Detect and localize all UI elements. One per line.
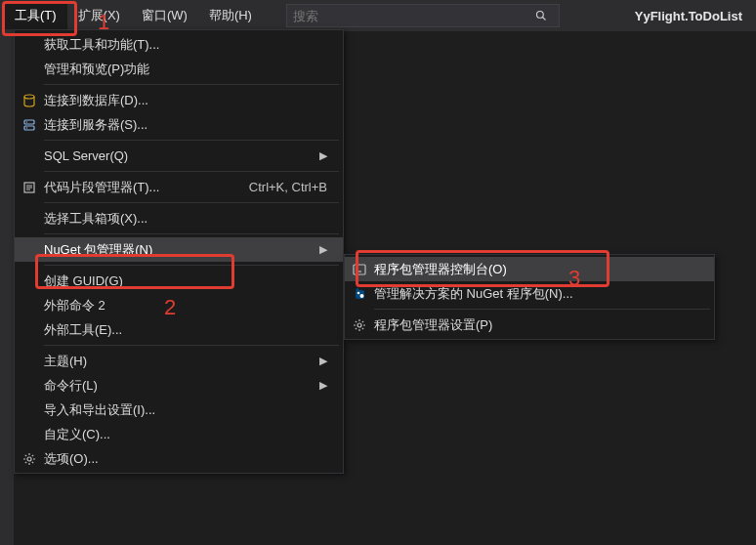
tools-menu-item-separator	[44, 140, 339, 141]
tools-menu-item-separator	[44, 202, 339, 203]
svg-rect-4	[24, 126, 34, 130]
chevron-right-icon: ▶	[319, 355, 327, 367]
tools-menu-item-customize[interactable]: 自定义(C)...	[15, 422, 343, 446]
tools-menu-item-snippet-mgr[interactable]: 代码片段管理器(T)...Ctrl+K, Ctrl+B	[15, 175, 343, 199]
tools-menu-item-create-guid-label: 创建 GUID(G)	[44, 272, 327, 290]
tools-menu-item-separator	[44, 171, 339, 172]
tools-menu-item-snippet-mgr-label: 代码片段管理器(T)...	[44, 179, 220, 196]
tools-menu-item-nuget-label: NuGet 包管理器(N)	[44, 241, 300, 259]
tools-menu-item-manage-preview[interactable]: 管理和预览(P)功能	[15, 57, 343, 81]
tools-menu-item-create-guid[interactable]: 创建 GUID(G)	[15, 269, 343, 293]
search-input[interactable]	[287, 7, 535, 25]
tools-dropdown: 获取工具和功能(T)...管理和预览(P)功能连接到数据库(D)...连接到服务…	[14, 29, 344, 474]
tools-menu-item-ext-cmd-2[interactable]: 外部命令 2	[15, 293, 343, 317]
menubar: 工具(T) 扩展(X) 窗口(W) 帮助(H) YyFlight.ToDoLis…	[0, 0, 756, 31]
tools-menu-item-options-label: 选项(O)...	[44, 450, 327, 468]
nuget-menu-item-pm-console-label: 程序包管理器控制台(O)	[374, 261, 698, 278]
svg-point-17	[360, 294, 364, 298]
tools-menu-item-import-export[interactable]: 导入和导出设置(I)...	[15, 398, 343, 422]
tools-menu-item-separator	[44, 233, 339, 234]
tools-menu-item-separator	[44, 345, 339, 346]
tools-menu-item-ext-cmd-2-label: 外部命令 2	[44, 297, 327, 314]
nuget-icon	[345, 286, 374, 302]
svg-rect-12	[354, 265, 365, 274]
tools-menu-item-get-tools[interactable]: 获取工具和功能(T)...	[15, 32, 343, 57]
svg-point-15	[357, 288, 359, 291]
tools-menu-item-ext-tools[interactable]: 外部工具(E)...	[15, 317, 343, 342]
tools-menu-item-nuget[interactable]: NuGet 包管理器(N)▶	[15, 237, 343, 262]
svg-point-5	[26, 121, 27, 122]
tools-menu-item-connect-server[interactable]: 连接到服务器(S)...	[15, 112, 343, 137]
nuget-submenu: 程序包管理器控制台(O)管理解决方案的 NuGet 程序包(N)...程序包管理…	[344, 254, 715, 340]
tools-menu-item-connect-server-label: 连接到服务器(S)...	[44, 116, 327, 134]
nuget-menu-item-pm-console[interactable]: 程序包管理器控制台(O)	[345, 257, 714, 281]
tools-menu-item-connect-db-label: 连接到数据库(D)...	[44, 92, 327, 109]
chevron-right-icon: ▶	[319, 379, 327, 392]
console-icon	[345, 262, 374, 277]
tools-menu-item-toolbox-label: 选择工具箱项(X)...	[44, 210, 327, 228]
tools-menu-item-options[interactable]: 选项(O)...	[15, 446, 343, 471]
svg-point-2	[24, 95, 34, 99]
svg-point-0	[536, 12, 543, 19]
menubar-window[interactable]: 窗口(W)	[131, 2, 198, 29]
solution-name[interactable]: YyFlight.ToDoList	[629, 6, 748, 26]
tools-menu-item-import-export-label: 导入和导出设置(I)...	[44, 401, 327, 419]
server-icon	[15, 117, 44, 133]
tools-menu-item-sql-server[interactable]: SQL Server(Q)▶	[15, 144, 343, 168]
chevron-right-icon: ▶	[319, 149, 327, 162]
database-icon	[15, 93, 44, 108]
tools-menu-item-customize-label: 自定义(C)...	[44, 426, 327, 443]
svg-point-6	[26, 127, 27, 128]
svg-point-16	[357, 291, 360, 294]
gear-icon	[345, 317, 374, 333]
svg-point-18	[357, 323, 361, 327]
tab-well-left	[0, 31, 14, 545]
svg-point-11	[27, 457, 31, 461]
nuget-menu-item-pm-settings-label: 程序包管理器设置(P)	[374, 316, 698, 334]
tools-menu-item-manage-preview-label: 管理和预览(P)功能	[44, 61, 327, 78]
menubar-extensions[interactable]: 扩展(X)	[67, 2, 131, 29]
tools-menu-item-theme-label: 主题(H)	[44, 353, 300, 370]
tools-menu-item-separator	[44, 84, 339, 85]
tools-menu-item-sql-server-label: SQL Server(Q)	[44, 148, 300, 163]
nuget-menu-item-manage-nuget[interactable]: 管理解决方案的 NuGet 程序包(N)...	[345, 281, 714, 306]
chevron-right-icon: ▶	[319, 243, 327, 256]
nuget-menu-item-manage-nuget-label: 管理解决方案的 NuGet 程序包(N)...	[374, 285, 698, 303]
tools-menu-item-toolbox[interactable]: 选择工具箱项(X)...	[15, 206, 343, 231]
snippet-icon	[15, 180, 44, 195]
nuget-menu-item-separator	[374, 309, 710, 310]
searchbox[interactable]	[286, 4, 560, 27]
search-icon[interactable]	[535, 10, 559, 21]
tools-menu-item-ext-tools-label: 外部工具(E)...	[44, 321, 327, 339]
tools-menu-item-command-line[interactable]: 命令行(L)▶	[15, 373, 343, 398]
tools-menu-item-get-tools-label: 获取工具和功能(T)...	[44, 36, 327, 54]
tools-menu-item-theme[interactable]: 主题(H)▶	[15, 349, 343, 373]
gear-icon	[15, 451, 44, 467]
tools-menu-item-connect-db[interactable]: 连接到数据库(D)...	[15, 88, 343, 112]
svg-line-1	[542, 18, 545, 21]
tools-menu-item-command-line-label: 命令行(L)	[44, 377, 300, 395]
menubar-tools[interactable]: 工具(T)	[4, 2, 67, 29]
tools-menu-item-snippet-mgr-shortcut: Ctrl+K, Ctrl+B	[249, 180, 327, 194]
tools-menu-item-separator	[44, 265, 339, 266]
menubar-help[interactable]: 帮助(H)	[198, 2, 263, 29]
nuget-menu-item-pm-settings[interactable]: 程序包管理器设置(P)	[345, 313, 714, 337]
svg-rect-3	[24, 120, 34, 124]
